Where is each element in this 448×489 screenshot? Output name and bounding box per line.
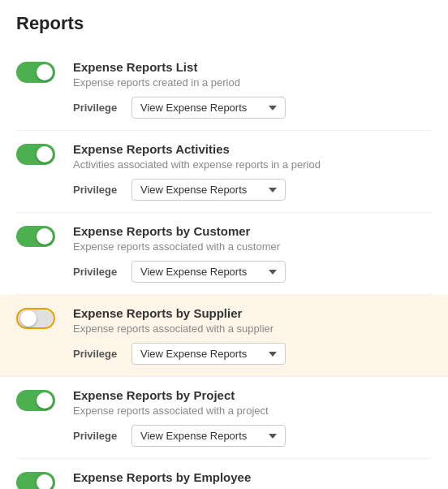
toggle-expense-reports-by-supplier[interactable]	[16, 308, 55, 329]
report-desc-expense-reports-by-supplier: Expense reports associated with a suppli…	[73, 322, 432, 335]
privilege-row-expense-reports-by-project: Privilege View Expense Reports	[73, 425, 432, 447]
report-title-expense-reports-list: Expense Reports List	[73, 60, 432, 74]
report-title-expense-reports-by-employee: Expense Reports by Employee	[73, 470, 432, 484]
report-item-expense-reports-by-project: Expense Reports by Project Expense repor…	[16, 377, 432, 459]
privilege-row-expense-reports-by-supplier: Privilege View Expense Reports	[73, 343, 432, 365]
content-col-expense-reports-by-customer: Expense Reports by Customer Expense repo…	[73, 224, 432, 283]
privilege-select-expense-reports-by-project[interactable]: View Expense Reports	[131, 425, 286, 447]
privilege-value-expense-reports-by-project: View Expense Reports	[140, 430, 247, 442]
privilege-value-expense-reports-by-supplier: View Expense Reports	[140, 348, 247, 360]
report-desc-expense-reports-by-project: Expense reports associated with a projec…	[73, 405, 432, 417]
toggle-knob-expense-reports-by-project	[37, 392, 53, 409]
toggle-col-expense-reports-list	[16, 60, 73, 86]
report-title-expense-reports-by-customer: Expense Reports by Customer	[73, 224, 432, 238]
toggle-col-expense-reports-activities	[16, 142, 73, 168]
toggle-knob-expense-reports-list	[37, 64, 53, 80]
privilege-label-expense-reports-by-supplier: Privilege	[73, 348, 122, 360]
privilege-value-expense-reports-activities: View Expense Reports	[140, 184, 247, 196]
toggle-col-expense-reports-by-customer	[16, 224, 73, 250]
privilege-row-expense-reports-by-customer: Privilege View Expense Reports	[73, 261, 432, 283]
privilege-select-expense-reports-by-supplier[interactable]: View Expense Reports	[131, 343, 286, 365]
dropdown-arrow-expense-reports-by-project	[269, 434, 277, 439]
toggle-knob-expense-reports-by-customer	[37, 228, 53, 244]
report-item-expense-reports-by-employee: Expense Reports by Employee Detailed lis…	[16, 459, 432, 489]
privilege-select-expense-reports-by-customer[interactable]: View Expense Reports	[131, 261, 286, 283]
report-desc-expense-reports-list: Expense reports created in a period	[73, 76, 432, 89]
content-col-expense-reports-activities: Expense Reports Activities Activities as…	[73, 142, 432, 201]
report-title-expense-reports-by-supplier: Expense Reports by Supplier	[73, 306, 432, 320]
privilege-value-expense-reports-by-customer: View Expense Reports	[140, 266, 247, 278]
report-title-expense-reports-by-project: Expense Reports by Project	[73, 388, 432, 402]
toggle-expense-reports-by-project[interactable]	[16, 390, 55, 411]
report-item-expense-reports-by-supplier: Expense Reports by Supplier Expense repo…	[0, 295, 448, 377]
dropdown-arrow-expense-reports-list	[269, 106, 277, 110]
toggle-knob-expense-reports-by-supplier	[20, 310, 37, 327]
report-item-expense-reports-by-customer: Expense Reports by Customer Expense repo…	[16, 213, 432, 295]
privilege-label-expense-reports-by-project: Privilege	[73, 430, 122, 442]
privilege-label-expense-reports-by-customer: Privilege	[73, 266, 122, 278]
content-col-expense-reports-list: Expense Reports List Expense reports cre…	[73, 60, 432, 119]
dropdown-arrow-expense-reports-activities	[269, 188, 277, 193]
toggle-knob-expense-reports-activities	[37, 146, 53, 162]
toggle-col-expense-reports-by-employee	[16, 470, 73, 489]
toggle-col-expense-reports-by-supplier	[16, 306, 73, 332]
report-desc-expense-reports-activities: Activities associated with expense repor…	[73, 158, 432, 171]
privilege-select-expense-reports-activities[interactable]: View Expense Reports	[131, 179, 286, 201]
report-desc-expense-reports-by-customer: Expense reports associated with a custom…	[73, 240, 432, 253]
report-item-expense-reports-activities: Expense Reports Activities Activities as…	[16, 131, 432, 213]
reports-list: Expense Reports List Expense reports cre…	[16, 49, 432, 489]
page-title: Reports	[16, 13, 432, 34]
toggle-expense-reports-list[interactable]	[16, 62, 55, 83]
toggle-col-expense-reports-by-project	[16, 388, 73, 414]
toggle-expense-reports-activities[interactable]	[16, 144, 55, 165]
dropdown-arrow-expense-reports-by-supplier	[269, 352, 277, 357]
content-col-expense-reports-by-supplier: Expense Reports by Supplier Expense repo…	[73, 306, 432, 365]
toggle-expense-reports-by-employee[interactable]	[16, 472, 55, 489]
privilege-label-expense-reports-activities: Privilege	[73, 184, 122, 196]
privilege-select-expense-reports-list[interactable]: View Expense Reports	[131, 97, 286, 119]
report-title-expense-reports-activities: Expense Reports Activities	[73, 142, 432, 156]
content-col-expense-reports-by-project: Expense Reports by Project Expense repor…	[73, 388, 432, 447]
dropdown-arrow-expense-reports-by-customer	[269, 270, 277, 275]
privilege-value-expense-reports-list: View Expense Reports	[140, 102, 247, 114]
toggle-expense-reports-by-customer[interactable]	[16, 226, 55, 247]
privilege-label-expense-reports-list: Privilege	[73, 102, 122, 114]
privilege-row-expense-reports-list: Privilege View Expense Reports	[73, 97, 432, 119]
toggle-knob-expense-reports-by-employee	[37, 474, 53, 489]
report-item-expense-reports-list: Expense Reports List Expense reports cre…	[16, 49, 432, 131]
content-col-expense-reports-by-employee: Expense Reports by Employee Detailed lis…	[73, 470, 432, 489]
privilege-row-expense-reports-activities: Privilege View Expense Reports	[73, 179, 432, 201]
